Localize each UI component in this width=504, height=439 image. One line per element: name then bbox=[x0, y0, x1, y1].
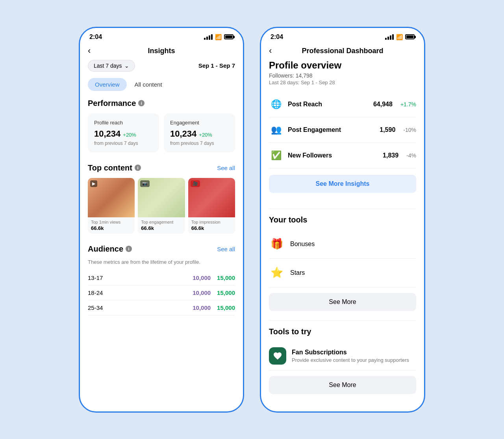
content-stat-value-1: 66.6k bbox=[141, 225, 182, 231]
profile-period: Last 28 days: Sep 1 - Sep 28 bbox=[269, 80, 416, 85]
content-card-0[interactable]: ▶ Top 1min views 66.6k bbox=[88, 178, 135, 233]
left-phone: 2:04 📶 ‹ Insights Last 7 days ⌄ Sep 1 - … bbox=[79, 27, 244, 413]
tab-overview[interactable]: Overview bbox=[88, 78, 127, 91]
stars-label: Stars bbox=[290, 269, 416, 276]
post-reach-icon: 🌐 bbox=[269, 97, 283, 111]
new-followers-value: 1,839 bbox=[383, 152, 398, 159]
left-phone-content: Last 7 days ⌄ Sep 1 - Sep 7 Overview All… bbox=[80, 60, 243, 411]
audience-age-0: 13-17 bbox=[88, 274, 103, 281]
right-back-button[interactable]: ‹ bbox=[269, 46, 272, 56]
try-tool-row-0[interactable]: Fan Subscriptions Provide exclusive cont… bbox=[269, 342, 416, 370]
tool-row-stars[interactable]: ⭐ Stars bbox=[269, 259, 416, 287]
profile-followers: Followers: 14,798 bbox=[269, 72, 416, 79]
content-stat-label-2: Top impression bbox=[191, 220, 232, 224]
metrics-row: Profile reach 10,234 +20% from previous … bbox=[88, 113, 235, 152]
audience-val1-0: 10,000 bbox=[193, 274, 211, 281]
audience-see-all[interactable]: See all bbox=[217, 246, 235, 252]
stars-icon: ⭐ bbox=[269, 265, 285, 281]
filter-button[interactable]: Last 7 days ⌄ bbox=[88, 60, 135, 72]
stat-row-2: ✅ New Followers 1,839 -4% bbox=[269, 143, 416, 169]
post-reach-change: +1.7% bbox=[400, 101, 416, 107]
try-tools-see-more-button[interactable]: See More bbox=[269, 376, 416, 394]
tools-see-more-button[interactable]: See More bbox=[269, 293, 416, 311]
performance-info-icon[interactable]: i bbox=[138, 100, 145, 106]
see-more-insights-button[interactable]: See More Insights bbox=[269, 175, 416, 193]
top-content-info-icon[interactable]: i bbox=[135, 165, 141, 171]
content-stat-label-0: Top 1min views bbox=[91, 220, 132, 224]
audience-val1-1: 10,000 bbox=[193, 289, 211, 296]
left-status-icons: 📶 bbox=[204, 34, 233, 40]
play-icon: ▶ bbox=[90, 180, 97, 187]
post-engagement-value: 1,590 bbox=[380, 126, 395, 133]
right-nav-title: Professional Dashboard bbox=[302, 47, 383, 55]
right-status-icons: 📶 bbox=[385, 34, 415, 40]
metric-reach-from: from previous 7 days bbox=[94, 141, 153, 146]
filter-label: Last 7 days bbox=[94, 63, 122, 69]
bonuses-label: Bonuses bbox=[290, 241, 416, 248]
top-content-see-all[interactable]: See all bbox=[217, 165, 235, 171]
right-battery-icon bbox=[405, 34, 415, 39]
left-status-time: 2:04 bbox=[89, 33, 102, 41]
profile-section: Profile overview Followers: 14,798 Last … bbox=[269, 60, 416, 201]
date-range: Sep 1 - Sep 7 bbox=[198, 62, 235, 69]
bonuses-icon: 🎁 bbox=[269, 236, 285, 252]
audience-row-2: 25-34 10,000 15,000 bbox=[88, 300, 235, 315]
content-thumb-1: 📷 bbox=[138, 178, 185, 217]
metric-reach-label: Profile reach bbox=[94, 120, 153, 126]
audience-age-2: 25-34 bbox=[88, 304, 103, 311]
right-wifi-icon: 📶 bbox=[396, 34, 403, 40]
new-followers-icon: ✅ bbox=[269, 148, 283, 163]
divider-tools bbox=[269, 209, 416, 209]
tab-all-content[interactable]: All content bbox=[133, 78, 164, 91]
right-status-bar: 2:04 📶 bbox=[261, 28, 424, 44]
divider-try bbox=[269, 320, 416, 321]
left-back-button[interactable]: ‹ bbox=[88, 46, 91, 56]
left-nav-header: ‹ Insights bbox=[80, 44, 243, 60]
tool-row-bonuses[interactable]: 🎁 Bonuses bbox=[269, 230, 416, 259]
audience-desc: These metrics are from the lifetime of y… bbox=[88, 259, 235, 265]
audience-title: Audience i bbox=[88, 245, 132, 254]
audience-val1-2: 10,000 bbox=[193, 304, 211, 311]
profile-overview-title: Profile overview bbox=[269, 60, 416, 71]
post-engagement-change: -10% bbox=[403, 127, 416, 133]
post-reach-value: 64,948 bbox=[373, 101, 393, 108]
audience-info-icon[interactable]: i bbox=[126, 246, 132, 252]
fan-subscriptions-icon bbox=[269, 347, 286, 365]
new-followers-label: New Followers bbox=[288, 152, 378, 159]
content-card-2[interactable]: 🎥 Top impression 66.6k bbox=[188, 178, 235, 233]
left-status-bar: 2:04 📶 bbox=[80, 28, 243, 44]
audience-val2-0: 15,000 bbox=[217, 274, 235, 281]
fan-subscriptions-desc: Provide exclusive content to your paying… bbox=[292, 357, 409, 363]
top-content-header: Top content i See all bbox=[88, 163, 235, 172]
content-thumb-2: 🎥 bbox=[188, 178, 235, 217]
right-phone: 2:04 📶 ‹ Professional Dashboard Profile … bbox=[260, 27, 425, 413]
content-cards: ▶ Top 1min views 66.6k 📷 Top engagement … bbox=[88, 178, 235, 233]
photo-icon: 📷 bbox=[140, 180, 150, 187]
fan-subscriptions-name: Fan Subscriptions bbox=[292, 349, 409, 356]
content-info-2: Top impression 66.6k bbox=[188, 217, 235, 233]
content-info-1: Top engagement 66.6k bbox=[138, 217, 185, 233]
post-engagement-icon: 👥 bbox=[269, 123, 283, 137]
post-reach-label: Post Reach bbox=[288, 101, 369, 108]
wifi-icon: 📶 bbox=[215, 34, 222, 40]
phones-container: 2:04 📶 ‹ Insights Last 7 days ⌄ Sep 1 - … bbox=[79, 27, 425, 413]
content-info-0: Top 1min views 66.6k bbox=[88, 217, 135, 233]
audience-row-0: 13-17 10,000 15,000 bbox=[88, 270, 235, 285]
content-card-1[interactable]: 📷 Top engagement 66.6k bbox=[138, 178, 185, 233]
fan-subscriptions-text: Fan Subscriptions Provide exclusive cont… bbox=[292, 349, 409, 363]
metric-engagement: Engagement 10,234 +20% from previous 7 d… bbox=[164, 113, 235, 152]
audience-val2-1: 15,000 bbox=[217, 289, 235, 296]
your-tools-title: Your tools bbox=[269, 215, 416, 224]
fan-subscriptions-svg bbox=[273, 351, 282, 361]
right-phone-content: Profile overview Followers: 14,798 Last … bbox=[261, 60, 424, 411]
post-engagement-label: Post Engagement bbox=[288, 126, 375, 133]
audience-header: Audience i See all bbox=[88, 245, 235, 254]
tabs-row: Overview All content bbox=[88, 78, 235, 91]
left-nav-title: Insights bbox=[148, 47, 175, 55]
right-nav-header: ‹ Professional Dashboard bbox=[261, 44, 424, 60]
metric-profile-reach: Profile reach 10,234 +20% from previous … bbox=[88, 113, 159, 152]
new-followers-change: -4% bbox=[406, 152, 416, 159]
metric-engagement-label: Engagement bbox=[170, 120, 229, 126]
audience-section: Audience i See all These metrics are fro… bbox=[88, 245, 235, 315]
metric-reach-change: +20% bbox=[123, 132, 136, 138]
